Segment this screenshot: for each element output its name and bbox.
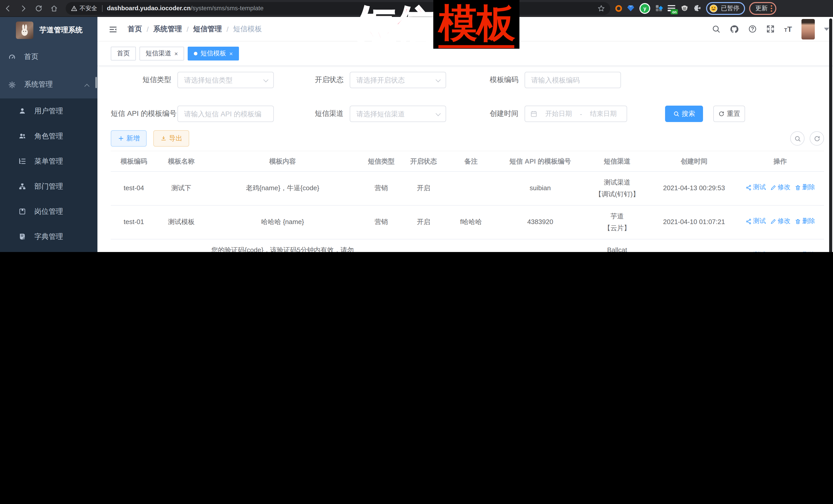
col-header: 模板编码	[111, 151, 157, 171]
sms-channel-select[interactable]	[350, 105, 446, 122]
cell-code: test-04	[111, 171, 157, 205]
browser-update-chip[interactable]: 更新	[749, 2, 776, 15]
extension-list-on-icon[interactable]: on	[668, 4, 676, 12]
extension-y-icon[interactable]: y	[639, 3, 650, 14]
close-icon[interactable]: ×	[174, 50, 178, 57]
cell-remark	[444, 239, 498, 252]
sidebar-collapse-button[interactable]	[109, 24, 117, 34]
cell-type: 验证码	[359, 239, 403, 252]
cell-created: 2021-03-31 11:56:30	[652, 239, 736, 252]
page-content: 短信类型 开启状态 模板编码	[97, 66, 833, 252]
api-template-id-input[interactable]	[177, 105, 274, 122]
sms-type-select[interactable]	[177, 72, 274, 88]
test-link[interactable]: 测试	[745, 182, 766, 193]
cell-name: 测试模板	[157, 205, 206, 239]
help-icon[interactable]	[748, 25, 757, 33]
chevron-up-icon	[85, 82, 89, 87]
sidebar-item-menus[interactable]: 菜单管理	[0, 149, 97, 174]
address-bar[interactable]: 不安全 dashboard.yudao.iocoder.cn/system/sm…	[66, 2, 610, 15]
sidebar-scrollbar-thumb[interactable]	[95, 77, 97, 88]
browser-toolbar: 不安全 dashboard.yudao.iocoder.cn/system/sm…	[0, 0, 833, 17]
extension-donut-icon[interactable]	[615, 5, 622, 11]
sidebar-item-notices[interactable]: 通知公告	[0, 249, 97, 252]
extension-grid-icon[interactable]	[655, 4, 663, 12]
delete-link[interactable]: 删除	[794, 216, 815, 227]
sidebar-item-users[interactable]: 用户管理	[0, 98, 97, 124]
filter-label-create-time: 创建时间	[446, 109, 525, 118]
filter-label-status: 开启状态	[274, 75, 350, 85]
security-warning[interactable]: 不安全	[71, 4, 97, 12]
tab-home[interactable]: 首页	[111, 47, 136, 61]
test-link[interactable]: 测试	[745, 216, 766, 227]
breadcrumb-item[interactable]: 系统管理	[153, 24, 182, 33]
breadcrumb-item[interactable]: 首页	[128, 24, 142, 33]
tab-sms-channel[interactable]: 短信渠道 ×	[140, 47, 184, 61]
test-link[interactable]: 测试	[745, 250, 766, 252]
app-window: 芋道管理系统 首页 系统管理 用户管理 角色管理	[0, 17, 833, 252]
browser-menu-icon[interactable]	[771, 5, 772, 11]
template-code-field[interactable]	[525, 72, 621, 88]
cell-remark	[444, 171, 498, 205]
app-logo[interactable]: 芋道管理系统	[0, 17, 97, 43]
browser-home-button[interactable]	[46, 2, 62, 14]
extensions-row: y on	[615, 3, 701, 14]
delete-link[interactable]: 删除	[794, 250, 815, 252]
export-button[interactable]: 导出	[153, 130, 189, 147]
avatar-dropdown-icon[interactable]	[824, 27, 829, 30]
security-label: 不安全	[79, 4, 97, 12]
toggle-search-button[interactable]	[790, 131, 805, 146]
user-icon	[19, 107, 26, 115]
sidebar-item-label: 系统管理	[24, 80, 53, 89]
filter-label-template-code: 模板编码	[446, 75, 525, 85]
search-button[interactable]: 搜索	[665, 105, 703, 122]
extensions-puzzle-icon[interactable]	[693, 4, 701, 12]
bookmark-star-button[interactable]	[597, 4, 605, 13]
extension-monkey-icon[interactable]	[681, 4, 689, 12]
sidebar-item-system[interactable]: 系统管理	[0, 71, 97, 98]
page-scrollbar-thumb[interactable]	[829, 19, 832, 252]
sms-type-select-input[interactable]	[177, 72, 274, 88]
extension-gem-icon[interactable]	[626, 4, 635, 12]
delete-link[interactable]: 删除	[794, 182, 815, 193]
browser-profile-chip[interactable]: 已暂停	[706, 2, 745, 15]
user-avatar[interactable]	[801, 19, 814, 39]
sidebar-item-roles[interactable]: 角色管理	[0, 124, 97, 149]
topbar-actions: TT	[712, 19, 829, 39]
breadcrumb-item[interactable]: 短信管理	[193, 24, 222, 33]
refresh-table-button[interactable]	[810, 131, 824, 146]
fullscreen-icon[interactable]	[766, 25, 775, 33]
sms-channel-select-input[interactable]	[350, 105, 446, 122]
date-start-placeholder[interactable]: 开始日期	[541, 109, 577, 118]
edit-link[interactable]: 修改	[770, 250, 790, 252]
breadcrumb: 首页 / 系统管理 / 短信管理 / 短信模板	[128, 24, 262, 33]
template-code-input[interactable]	[525, 72, 621, 88]
add-button[interactable]: 新增	[111, 130, 147, 147]
date-end-placeholder[interactable]: 结束日期	[585, 109, 621, 118]
create-time-daterange[interactable]: 开始日期 - 结束日期	[525, 105, 627, 122]
rabbit-icon	[18, 23, 31, 37]
active-dot-icon	[194, 52, 197, 55]
sidebar-item-departments[interactable]: 部门管理	[0, 174, 97, 199]
api-template-id-field[interactable]	[177, 105, 274, 122]
cell-actions: 测试修改删除	[736, 239, 824, 252]
export-button-label: 导出	[169, 134, 182, 143]
browser-forward-button[interactable]	[16, 2, 31, 14]
status-select[interactable]	[350, 72, 446, 88]
status-select-input[interactable]	[350, 72, 446, 88]
sidebar-item-home[interactable]: 首页	[0, 43, 97, 71]
sidebar-item-posts[interactable]: 岗位管理	[0, 199, 97, 224]
edit-link[interactable]: 修改	[770, 182, 790, 193]
font-size-icon[interactable]: TT	[784, 25, 792, 33]
edit-link[interactable]: 修改	[770, 216, 790, 227]
sidebar-item-dict[interactable]: 字典管理	[0, 224, 97, 249]
share-icon	[745, 218, 752, 224]
app-title: 芋道管理系统	[40, 25, 82, 34]
search-icon[interactable]	[712, 25, 720, 33]
tab-sms-template[interactable]: 短信模板 ×	[188, 47, 239, 61]
github-icon[interactable]	[730, 24, 739, 33]
browser-back-button[interactable]	[0, 2, 16, 14]
breadcrumb-separator: /	[227, 25, 229, 33]
close-icon[interactable]: ×	[229, 50, 233, 57]
reset-button[interactable]: 重置	[713, 105, 745, 122]
browser-reload-button[interactable]	[31, 2, 46, 14]
